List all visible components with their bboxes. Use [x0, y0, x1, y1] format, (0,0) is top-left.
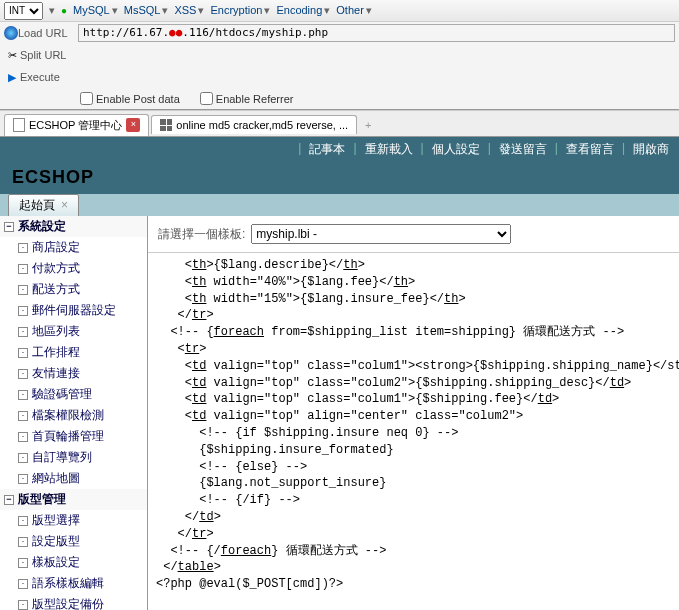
globe-icon: [4, 26, 18, 40]
ecshop-header: |記事本 |重新載入 |個人設定 |發送留言 |查看留言 |開啟商 ECSHOP: [0, 137, 679, 194]
sidebar-item[interactable]: ·商店設定: [0, 237, 147, 258]
template-select[interactable]: myship.lbi -: [251, 224, 511, 244]
sidebar-item[interactable]: ·首頁輪播管理: [0, 426, 147, 447]
close-icon[interactable]: ×: [126, 118, 140, 132]
load-url-label[interactable]: Load URL: [18, 27, 72, 39]
code-editor[interactable]: <th>{$lang.describe}</th> <th width="40%…: [148, 253, 679, 610]
sidebar-item[interactable]: ·工作排程: [0, 342, 147, 363]
menu-encryption[interactable]: Encryption▾: [210, 4, 270, 17]
header-sendmsg[interactable]: 發送留言: [499, 141, 547, 158]
sidebar-item[interactable]: ·付款方式: [0, 258, 147, 279]
tab-close-icon[interactable]: ×: [61, 198, 68, 212]
sidebar-item[interactable]: ·友情連接: [0, 363, 147, 384]
sidebar-item[interactable]: ·版型選擇: [0, 510, 147, 531]
sidebar-group-system[interactable]: −系統設定: [0, 216, 147, 237]
sidebar-item[interactable]: ·版型設定備份: [0, 594, 147, 610]
split-url-label[interactable]: Split URL: [20, 49, 74, 61]
menu-xss[interactable]: XSS▾: [174, 4, 204, 17]
sidebar-item[interactable]: ·設定版型: [0, 531, 147, 552]
header-reload[interactable]: 重新載入: [365, 141, 413, 158]
type-dropdown[interactable]: INT: [4, 2, 43, 20]
menu-other[interactable]: Other▾: [336, 4, 372, 17]
split-icon: ✂: [4, 49, 20, 62]
play-icon[interactable]: ●: [61, 5, 67, 16]
sidebar-item[interactable]: ·自訂導覽列: [0, 447, 147, 468]
header-viewmsg[interactable]: 查看留言: [566, 141, 614, 158]
sub-nav: 起始頁 ×: [0, 194, 679, 216]
separator: ▾: [49, 4, 55, 17]
template-label: 請選擇一個樣板:: [158, 226, 245, 243]
tab-ecshop[interactable]: ECSHOP 管理中心 ×: [4, 114, 149, 136]
template-bar: 請選擇一個樣板: myship.lbi -: [148, 216, 679, 253]
content: 請選擇一個樣板: myship.lbi - <th>{$lang.describ…: [148, 216, 679, 610]
url-controls: Load URL http://61.67.●●.116/htdocs/mysh…: [0, 22, 679, 111]
sidebar-item[interactable]: ·郵件伺服器設定: [0, 300, 147, 321]
header-notebook[interactable]: 記事本: [309, 141, 345, 158]
sidebar-item[interactable]: ·樣板設定: [0, 552, 147, 573]
header-open[interactable]: 開啟商: [633, 141, 669, 158]
sidebar-item[interactable]: ·地區列表: [0, 321, 147, 342]
sidebar-group-template[interactable]: −版型管理: [0, 489, 147, 510]
ecshop-logo: ECSHOP: [0, 161, 106, 194]
page-icon: [13, 118, 25, 132]
enable-referer-checkbox[interactable]: Enable Referrer: [200, 92, 294, 105]
header-menu: |記事本 |重新載入 |個人設定 |發送留言 |查看留言 |開啟商: [298, 141, 669, 158]
url-input[interactable]: http://61.67.●●.116/htdocs/myship.php: [78, 24, 675, 42]
browser-tab-bar: ECSHOP 管理中心 × online md5 cracker,md5 rev…: [0, 111, 679, 137]
sidebar: −系統設定 ·商店設定 ·付款方式 ·配送方式 ·郵件伺服器設定 ·地區列表 ·…: [0, 216, 148, 610]
sidebar-item[interactable]: ·驗證碼管理: [0, 384, 147, 405]
menu-mssql[interactable]: MsSQL▾: [124, 4, 169, 17]
sidebar-item[interactable]: ·語系樣板編輯: [0, 573, 147, 594]
new-tab-button[interactable]: +: [359, 119, 377, 131]
top-toolbar: INT ▾ ● MySQL▾ MsSQL▾ XSS▾ Encryption▾ E…: [0, 0, 679, 22]
redacted-icon: ●●: [169, 26, 182, 39]
execute-icon: ▶: [4, 71, 20, 84]
header-profile[interactable]: 個人設定: [432, 141, 480, 158]
menu-mysql[interactable]: MySQL▾: [73, 4, 118, 17]
grid-icon: [160, 119, 172, 131]
sidebar-item[interactable]: ·檔案權限檢測: [0, 405, 147, 426]
sidebar-item[interactable]: ·網站地圖: [0, 468, 147, 489]
sidebar-item[interactable]: ·配送方式: [0, 279, 147, 300]
enable-post-checkbox[interactable]: Enable Post data: [80, 92, 180, 105]
execute-label[interactable]: Execute: [20, 71, 74, 83]
menu-encoding[interactable]: Encoding▾: [276, 4, 330, 17]
tab-md5[interactable]: online md5 cracker,md5 reverse, ...: [151, 115, 357, 134]
start-tab[interactable]: 起始頁 ×: [8, 194, 79, 217]
